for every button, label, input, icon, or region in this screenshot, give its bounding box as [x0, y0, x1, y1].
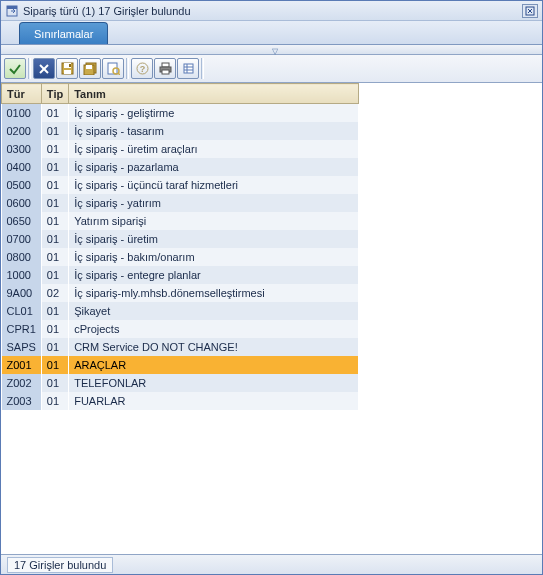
- cell-type: 0600: [2, 194, 42, 212]
- cell-kind: 01: [41, 140, 68, 158]
- window-title: Sipariş türü (1) 17 Girişler bulundu: [23, 5, 522, 17]
- cell-kind: 01: [41, 104, 68, 122]
- dialog-window: Sipariş türü (1) 17 Girişler bulundu Sın…: [0, 0, 543, 575]
- save-all-button[interactable]: [79, 58, 101, 79]
- table-row[interactable]: SAPS01CRM Service DO NOT CHANGE!: [2, 338, 359, 356]
- cell-type: 0500: [2, 176, 42, 194]
- svg-rect-13: [86, 65, 92, 69]
- cell-kind: 01: [41, 266, 68, 284]
- cell-desc: ARAÇLAR: [69, 356, 359, 374]
- table-row[interactable]: CPR101cProjects: [2, 320, 359, 338]
- close-button[interactable]: [522, 4, 538, 18]
- cell-type: 0400: [2, 158, 42, 176]
- panel-divider[interactable]: ▽: [1, 45, 542, 55]
- table-row[interactable]: 070001İç sipariş - üretim: [2, 230, 359, 248]
- table-row[interactable]: 080001İç sipariş - bakım/onarım: [2, 248, 359, 266]
- cell-type: 0700: [2, 230, 42, 248]
- svg-rect-10: [69, 64, 71, 67]
- svg-rect-21: [162, 70, 169, 74]
- cell-type: 0300: [2, 140, 42, 158]
- cell-desc: İç sipariş-mly.mhsb.dönemselleştirmesi: [69, 284, 359, 302]
- cell-kind: 01: [41, 320, 68, 338]
- cell-kind: 02: [41, 284, 68, 302]
- cell-type: Z003: [2, 392, 42, 410]
- cell-desc: Yatırım siparişi: [69, 212, 359, 230]
- status-text: 17 Girişler bulundu: [7, 557, 113, 573]
- toolbar: ?: [1, 55, 542, 83]
- cell-type: Z001: [2, 356, 42, 374]
- table-row[interactable]: 100001İç sipariş - entegre planlar: [2, 266, 359, 284]
- cell-desc: İç sipariş - üçüncü taraf hizmetleri: [69, 176, 359, 194]
- cell-kind: 01: [41, 374, 68, 392]
- cell-desc: İç sipariş - üretim araçları: [69, 140, 359, 158]
- cell-kind: 01: [41, 356, 68, 374]
- table-row[interactable]: 010001İç sipariş - geliştirme: [2, 104, 359, 122]
- status-bar: 17 Girişler bulundu: [1, 554, 542, 574]
- cell-kind: 01: [41, 194, 68, 212]
- toolbar-separator: [28, 58, 31, 79]
- export-button[interactable]: [177, 58, 199, 79]
- cell-type: 0200: [2, 122, 42, 140]
- table-row[interactable]: 9A0002İç sipariş-mly.mhsb.dönemselleştir…: [2, 284, 359, 302]
- cell-kind: 01: [41, 248, 68, 266]
- cell-desc: İç sipariş - yatırım: [69, 194, 359, 212]
- cancel-button[interactable]: [33, 58, 55, 79]
- cell-kind: 01: [41, 392, 68, 410]
- svg-line-16: [118, 73, 120, 75]
- cell-kind: 01: [41, 176, 68, 194]
- table-row[interactable]: 030001İç sipariş - üretim araçları: [2, 140, 359, 158]
- cell-kind: 01: [41, 230, 68, 248]
- svg-rect-19: [162, 63, 169, 67]
- cell-desc: İç sipariş - entegre planlar: [69, 266, 359, 284]
- table-header-row: Tür Tip Tanım: [2, 84, 359, 104]
- toolbar-separator: [201, 58, 204, 79]
- table-row[interactable]: Z00101ARAÇLAR: [2, 356, 359, 374]
- table-row[interactable]: 050001İç sipariş - üçüncü taraf hizmetle…: [2, 176, 359, 194]
- cell-desc: İç sipariş - pazarlama: [69, 158, 359, 176]
- table-row[interactable]: CL0101Şikayet: [2, 302, 359, 320]
- cell-desc: TELEFONLAR: [69, 374, 359, 392]
- content-area: Tür Tip Tanım 010001İç sipariş - gelişti…: [1, 83, 542, 554]
- table-row[interactable]: Z00301FUARLAR: [2, 392, 359, 410]
- table-row[interactable]: 065001Yatırım siparişi: [2, 212, 359, 230]
- window-icon: [5, 4, 19, 18]
- cell-desc: İç sipariş - tasarım: [69, 122, 359, 140]
- cell-type: 0800: [2, 248, 42, 266]
- cell-kind: 01: [41, 212, 68, 230]
- table-row[interactable]: 060001İç sipariş - yatırım: [2, 194, 359, 212]
- column-header-type[interactable]: Tür: [2, 84, 42, 104]
- cell-type: SAPS: [2, 338, 42, 356]
- tab-strip: Sınırlamalar: [1, 21, 542, 45]
- cell-desc: İç sipariş - geliştirme: [69, 104, 359, 122]
- column-header-desc[interactable]: Tanım: [69, 84, 359, 104]
- cell-type: CL01: [2, 302, 42, 320]
- save-button[interactable]: [56, 58, 78, 79]
- svg-rect-1: [7, 6, 17, 9]
- cell-kind: 01: [41, 158, 68, 176]
- toolbar-separator: [126, 58, 129, 79]
- svg-rect-9: [64, 70, 71, 74]
- cell-desc: cProjects: [69, 320, 359, 338]
- tab-label: Sınırlamalar: [34, 28, 93, 40]
- title-bar: Sipariş türü (1) 17 Girişler bulundu: [1, 1, 542, 21]
- table-row[interactable]: 020001İç sipariş - tasarım: [2, 122, 359, 140]
- table-row[interactable]: 040001İç sipariş - pazarlama: [2, 158, 359, 176]
- cell-desc: CRM Service DO NOT CHANGE!: [69, 338, 359, 356]
- cell-type: CPR1: [2, 320, 42, 338]
- cell-type: 0100: [2, 104, 42, 122]
- table-row[interactable]: Z00201TELEFONLAR: [2, 374, 359, 392]
- cell-kind: 01: [41, 338, 68, 356]
- svg-text:?: ?: [139, 64, 145, 74]
- accept-button[interactable]: [4, 58, 26, 79]
- results-table: Tür Tip Tanım 010001İç sipariş - gelişti…: [1, 83, 359, 410]
- divider-handle-icon: ▽: [272, 47, 278, 56]
- cell-type: 9A00: [2, 284, 42, 302]
- svg-rect-22: [184, 64, 193, 73]
- new-search-button[interactable]: [102, 58, 124, 79]
- print-button[interactable]: [154, 58, 176, 79]
- cell-desc: FUARLAR: [69, 392, 359, 410]
- column-header-kind[interactable]: Tip: [41, 84, 68, 104]
- help-button[interactable]: ?: [131, 58, 153, 79]
- cell-desc: İç sipariş - bakım/onarım: [69, 248, 359, 266]
- tab-restrictions[interactable]: Sınırlamalar: [19, 22, 108, 44]
